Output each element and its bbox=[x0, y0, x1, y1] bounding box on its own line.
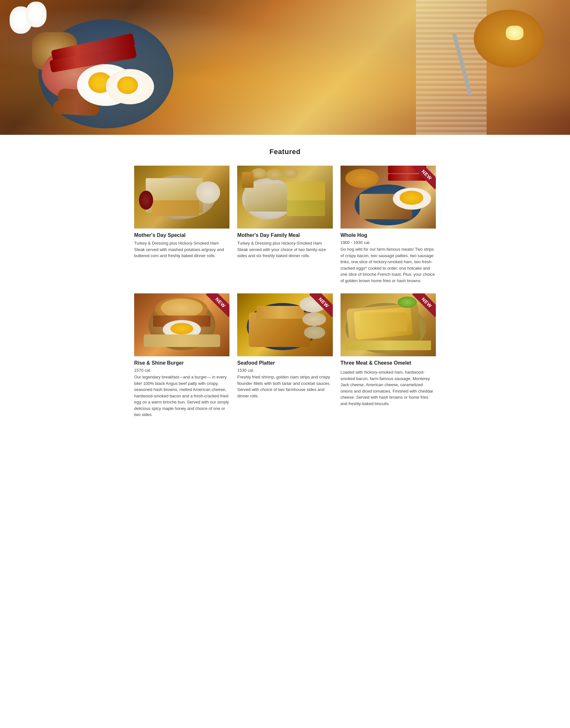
card-seafood[interactable]: NEW Seafood Platter 1530 cal. Freshly fr… bbox=[237, 293, 332, 418]
card-desc-omelet: Loaded with hickory-smoked ham, hardwood… bbox=[340, 369, 436, 407]
card-image-whole-hog: NEW bbox=[340, 166, 436, 229]
card-mothers-family[interactable]: Mother's Day Family Meal Turkey & Dressi… bbox=[237, 166, 332, 284]
card-calories-rise-shine: 1570 cal. bbox=[134, 368, 230, 373]
card-desc-seafood: Freshly fried shrimp, golden clam strips… bbox=[237, 374, 332, 399]
card-image-rise-shine: NEW bbox=[134, 293, 230, 356]
new-badge-rise-shine: NEW bbox=[204, 293, 230, 319]
card-omelet[interactable]: NEW Three Meat & Cheese Omelet Loaded wi… bbox=[340, 293, 436, 418]
card-desc-mothers-special: Turkey & Dressing plus Hickory-Smoked Ha… bbox=[134, 240, 230, 259]
card-title-whole-hog: Whole Hog bbox=[340, 232, 436, 238]
card-title-mothers-family: Mother's Day Family Meal bbox=[237, 232, 332, 238]
hero-banner bbox=[0, 0, 570, 135]
featured-title: Featured bbox=[134, 148, 436, 156]
card-desc-mothers-family: Turkey & Dressing plus Hickory-Smoked Ha… bbox=[237, 240, 332, 259]
card-calories-seafood: 1530 cal. bbox=[237, 368, 332, 373]
new-badge-seafood: NEW bbox=[307, 293, 333, 319]
card-image-omelet: NEW bbox=[340, 293, 436, 356]
card-calories-whole-hog: 1900 - 1930 cal. bbox=[340, 240, 436, 245]
card-desc-whole-hog: Go hog wild for our farm-famous meats! T… bbox=[340, 246, 436, 284]
card-desc-rise-shine: Our legendary breakfast—and a burger— in… bbox=[134, 374, 230, 418]
new-badge-whole-hog: NEW bbox=[410, 166, 436, 191]
card-image-mothers-special bbox=[134, 166, 230, 229]
featured-section: Featured Mother's Day Special Turkey & D… bbox=[128, 135, 442, 437]
card-rise-shine[interactable]: NEW Rise & Shine Burger 1570 cal. Our le… bbox=[134, 293, 230, 418]
new-badge-omelet: NEW bbox=[410, 293, 436, 319]
card-image-mothers-family bbox=[237, 166, 332, 229]
card-title-omelet: Three Meat & Cheese Omelet bbox=[340, 360, 436, 366]
cards-grid: Mother's Day Special Turkey & Dressing p… bbox=[134, 166, 436, 418]
card-title-rise-shine: Rise & Shine Burger bbox=[134, 360, 230, 366]
card-whole-hog[interactable]: NEW Whole Hog 1900 - 1930 cal. Go hog wi… bbox=[340, 166, 436, 284]
card-title-mothers-special: Mother's Day Special bbox=[134, 232, 230, 238]
card-mothers-special[interactable]: Mother's Day Special Turkey & Dressing p… bbox=[134, 166, 230, 284]
card-image-seafood: NEW bbox=[237, 293, 332, 356]
card-title-seafood: Seafood Platter bbox=[237, 360, 332, 366]
